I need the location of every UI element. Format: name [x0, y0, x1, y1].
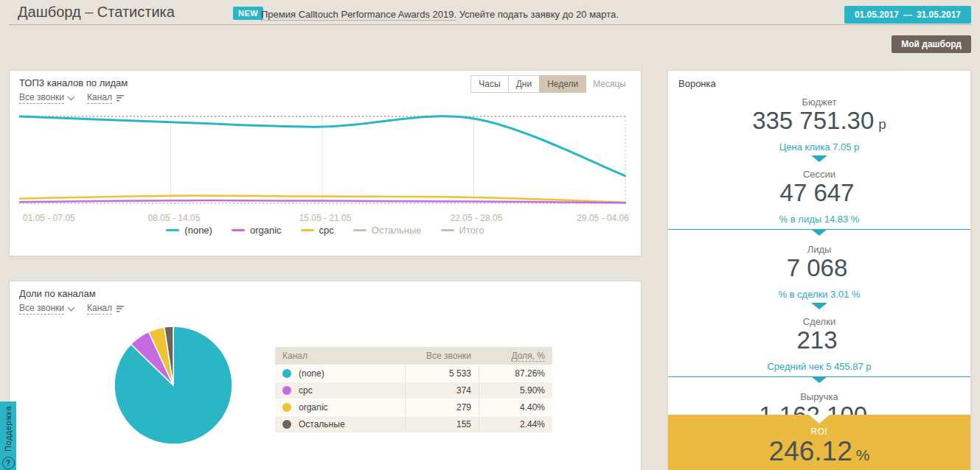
funnel-connector-deals-pct: % в сделки 3.01 % — [668, 289, 970, 309]
table-row: organic 279 4.40% — [275, 399, 552, 415]
funnel-body: Бюджет 335 751.30р Цена клика 7.05 р Сес… — [668, 90, 970, 429]
tab-weeks[interactable]: Недели — [539, 75, 586, 93]
leads-line-chart — [19, 111, 626, 208]
notch-triangle — [809, 415, 830, 424]
series-color-dash — [232, 229, 245, 231]
funnel-connector-cpc: Цена клика 7.05 р — [668, 141, 970, 162]
page-title: Дашборд – Статистика — [18, 4, 175, 21]
period-tabs: Часы Дни Недели Месяцы — [471, 75, 633, 93]
shares-panel-title: Доли по каналам — [19, 288, 96, 299]
promo-link[interactable]: Премия Calltouch Performance Awards 2019… — [261, 9, 456, 21]
x-tick: 01.05 - 07.05 — [23, 213, 75, 223]
date-range-button[interactable]: 01.05.2017—31.05.2017 — [844, 6, 971, 24]
channel-color-dot — [282, 386, 291, 395]
promo-rest: Успейте подать заявку до 20 марта. — [456, 9, 619, 20]
sort-icon — [117, 95, 124, 102]
x-tick: 15.05 - 21.05 — [299, 213, 352, 223]
new-badge: NEW — [233, 7, 263, 20]
shares-panel: Доли по каналам Все звонки Канал Канал В… — [9, 281, 642, 470]
channels-table: Канал Все звонки Доля, % (none) 5 533 87… — [275, 347, 552, 432]
table-row: (none) 5 533 87.26% — [275, 365, 552, 382]
support-tab[interactable]: Поддержка ? — [0, 401, 16, 470]
series-color-dash — [353, 229, 366, 231]
leads-filters: Все звонки Канал — [19, 92, 124, 104]
x-tick: 08.05 - 14.05 — [148, 213, 201, 223]
header-share[interactable]: Доля, % — [479, 351, 552, 361]
my-dashboard-button[interactable]: Мой дашборд — [892, 35, 971, 53]
x-tick: 22.05 - 28.05 — [451, 213, 503, 223]
header-channel: Канал — [275, 351, 405, 361]
leads-panel: ТОП3 каналов по лидам Все звонки Канал Ч… — [9, 70, 642, 256]
series-color-dash — [166, 229, 179, 231]
promo-banner: Премия Calltouch Performance Awards 2019… — [261, 9, 619, 20]
calls-filter-dropdown[interactable]: Все звонки — [19, 92, 74, 104]
divider-arrow — [668, 229, 970, 237]
roi-value: 246.12% — [668, 437, 970, 467]
date-from: 01.05.2017 — [855, 10, 899, 20]
legend-item-organic[interactable]: organic — [232, 225, 282, 236]
channel-filter[interactable]: Канал — [87, 303, 124, 315]
arrow-down-icon — [811, 229, 827, 236]
funnel-step-budget: Бюджет 335 751.30р — [668, 97, 970, 135]
shares-filters: Все звонки Канал — [19, 303, 124, 315]
table-rows: (none) 5 533 87.26% cpc 374 5.90% organi… — [275, 365, 552, 432]
legend-item-total[interactable]: Итого — [441, 225, 484, 236]
channel-color-dot — [282, 369, 291, 378]
tab-days[interactable]: Дни — [508, 75, 540, 93]
channels-pie-chart — [112, 324, 234, 446]
funnel-connector-leads-pct: % в лиды 14.83 % — [668, 214, 970, 237]
funnel-step-deals: Сделки 213 — [668, 316, 970, 354]
sort-icon — [117, 306, 124, 312]
table-row: Остальные 155 2.44% — [275, 415, 552, 432]
legend-item-cpc[interactable]: cpc — [301, 225, 334, 236]
chevron-down-icon — [68, 94, 75, 101]
header-divider — [9, 24, 971, 25]
tab-hours[interactable]: Часы — [470, 75, 508, 93]
legend-item-none[interactable]: (none) — [166, 225, 212, 236]
funnel-step-leads: Лиды 7 068 — [668, 244, 970, 282]
calls-filter-dropdown[interactable]: Все звонки — [19, 303, 74, 315]
arrow-down-icon — [811, 376, 827, 383]
header-calls: Все звонки — [405, 351, 479, 361]
roi-block: ROI 246.12% — [668, 415, 970, 470]
arrow-down-icon — [811, 303, 827, 309]
chart-legend: (none) organic cpc Остальные Итого — [10, 225, 641, 236]
channel-filter[interactable]: Канал — [87, 92, 124, 104]
series-color-dash — [301, 229, 314, 231]
series-color-dash — [441, 229, 454, 231]
funnel-step-sessions: Сессии 47 647 — [668, 169, 970, 207]
table-row: cpc 374 5.90% — [275, 382, 552, 399]
funnel-connector-avg-check: Средний чек 5 455.87 р — [668, 361, 970, 385]
date-separator: — — [903, 10, 912, 20]
date-to: 31.05.2017 — [917, 10, 961, 20]
channel-color-dot — [282, 420, 291, 429]
divider-arrow — [668, 376, 970, 385]
leads-panel-title: ТОП3 каналов по лидам — [19, 77, 128, 88]
arrow-down-icon — [811, 155, 827, 162]
roi-label: ROI — [668, 427, 970, 437]
support-tab-label: Поддержка — [4, 406, 13, 452]
table-header-row: Канал Все звонки Доля, % — [275, 347, 552, 365]
funnel-panel: Воронка Бюджет 335 751.30р Цена клика 7.… — [667, 70, 971, 470]
help-icon[interactable]: ? — [2, 457, 15, 469]
channel-color-dot — [282, 403, 291, 412]
chevron-down-icon — [68, 304, 75, 312]
legend-item-others[interactable]: Остальные — [353, 225, 422, 236]
x-tick: 29.05 - 04.06 — [577, 213, 629, 223]
tab-months[interactable]: Месяцы — [585, 76, 633, 92]
funnel-panel-title: Воронка — [678, 78, 716, 89]
